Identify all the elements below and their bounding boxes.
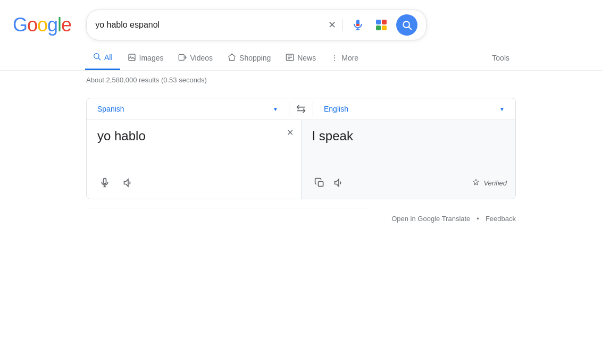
search-button[interactable] (396, 14, 417, 36)
svg-rect-4 (376, 20, 381, 24)
source-text: yo hablo (97, 129, 290, 160)
bottom-links: Open in Google Translate • Feedback (0, 208, 602, 229)
news-icon (286, 53, 294, 63)
source-speaker-button[interactable] (119, 173, 138, 192)
svg-rect-26 (318, 182, 323, 187)
svg-point-13 (130, 55, 131, 56)
svg-rect-22 (104, 179, 106, 184)
tab-shopping-label: Shopping (239, 54, 271, 62)
svg-marker-15 (186, 55, 187, 60)
svg-rect-5 (382, 20, 387, 24)
source-language-label: Spanish (97, 105, 124, 113)
images-icon (128, 53, 136, 63)
svg-rect-14 (179, 54, 185, 60)
feedback-link[interactable]: Feedback (486, 215, 516, 223)
svg-marker-27 (335, 179, 339, 186)
svg-line-11 (98, 58, 101, 60)
results-info: About 2,580,000 results (0.53 seconds) (0, 71, 602, 89)
translate-header: Spanish ▼ English ▼ (87, 98, 515, 120)
results-summary: About 2,580,000 results (0.53 seconds) (86, 76, 207, 84)
tab-images[interactable]: Images (120, 47, 171, 70)
svg-marker-25 (124, 179, 129, 186)
lens-icon[interactable] (373, 16, 390, 33)
source-lang-dropdown-icon: ▼ (273, 106, 278, 112)
svg-line-9 (409, 27, 412, 30)
tab-images-label: Images (139, 54, 164, 62)
mic-icon[interactable] (349, 16, 366, 33)
translation-text: I speak (312, 129, 505, 160)
nav-tabs: All Images Videos Shopping (0, 46, 602, 71)
translate-footer-left (87, 169, 302, 199)
tab-news-label: News (297, 54, 316, 62)
clear-icon[interactable]: ✕ (328, 19, 336, 31)
tab-videos[interactable]: Videos (171, 47, 220, 70)
tab-all[interactable]: All (85, 46, 120, 70)
translate-body: yo hablo ✕ I speak (87, 120, 515, 169)
videos-icon (178, 53, 187, 63)
target-lang-dropdown-icon: ▼ (499, 106, 505, 112)
tab-more-label: More (341, 54, 358, 62)
header: Google ✕ (0, 0, 602, 46)
shopping-icon (228, 53, 236, 63)
target-language-selector[interactable]: English ▼ (313, 98, 515, 120)
verified-label: Verified (483, 179, 507, 187)
tools-label: Tools (492, 54, 509, 62)
tab-videos-label: Videos (190, 54, 213, 62)
translate-target-panel: I speak (302, 120, 516, 169)
svg-rect-6 (376, 26, 381, 30)
tab-news[interactable]: News (278, 47, 323, 70)
source-language-selector[interactable]: Spanish ▼ (87, 98, 289, 120)
target-speaker-button[interactable] (329, 173, 348, 192)
tab-all-label: All (104, 53, 113, 62)
copy-translation-button[interactable] (310, 173, 329, 192)
separator-dot: • (476, 215, 479, 223)
tab-shopping[interactable]: Shopping (220, 47, 278, 70)
all-icon (93, 52, 101, 62)
tab-more[interactable]: ⋮ More (323, 47, 366, 69)
source-mic-button[interactable] (95, 173, 114, 192)
translate-footer-right: Verified (302, 169, 516, 199)
target-language-label: English (324, 105, 348, 113)
search-input[interactable] (95, 20, 328, 30)
svg-rect-3 (356, 24, 359, 26)
verified-badge: Verified (472, 179, 507, 187)
open-in-translate-link[interactable]: Open in Google Translate (391, 215, 470, 223)
translate-source-panel: yo hablo ✕ (87, 120, 302, 169)
clear-source-text-button[interactable]: ✕ (287, 128, 294, 138)
translate-widget: Spanish ▼ English ▼ yo hablo ✕ I speak (86, 98, 516, 199)
svg-rect-7 (382, 26, 387, 30)
search-divider (342, 19, 343, 31)
search-bar: ✕ (86, 10, 427, 40)
swap-languages-button[interactable] (289, 99, 313, 118)
tools-button[interactable]: Tools (484, 47, 517, 69)
translate-footer: Verified (87, 169, 515, 199)
google-logo[interactable]: Google (13, 14, 71, 36)
search-bar-icons: ✕ (328, 14, 417, 36)
more-icon: ⋮ (331, 54, 338, 62)
